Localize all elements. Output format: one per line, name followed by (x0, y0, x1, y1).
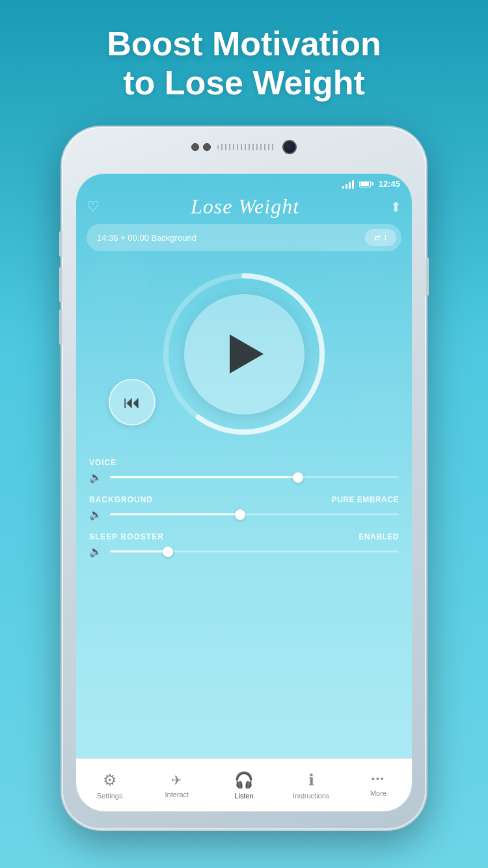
volume-down-button (59, 267, 62, 303)
voice-label-row: VOICE (89, 458, 399, 467)
front-cameras (191, 143, 211, 151)
sleep-volume-icon: 🔉 (89, 545, 103, 558)
camera-dot-2 (203, 143, 211, 151)
interact-label: Interact (165, 791, 189, 798)
background-label: BACKGROUND (89, 495, 153, 504)
skip-back-button[interactable]: ⏮ (109, 379, 156, 426)
app-header: ♡ Lose Weight ⬆ (76, 191, 412, 224)
background-slider-fill (110, 513, 240, 515)
more-label: More (370, 789, 386, 797)
settings-icon: ⚙ (103, 771, 117, 789)
play-icon (230, 334, 264, 373)
bg-volume-icon: 🔉 (89, 508, 103, 521)
silent-button (59, 309, 62, 345)
signal-icon (342, 180, 354, 189)
controls-section: VOICE 🔉 BACKGROUND (76, 452, 412, 758)
listen-icon: 🎧 (234, 771, 254, 789)
phone-device: 12:45 ♡ Lose Weight ⬆ 14:36 + 00:00 Back… (62, 127, 426, 830)
background-slider[interactable] (110, 513, 399, 515)
voice-control: VOICE 🔉 (89, 458, 399, 483)
nav-item-settings[interactable]: ⚙ Settings (76, 759, 143, 811)
nav-item-more[interactable]: ••• More (345, 759, 412, 811)
favorite-button[interactable]: ♡ (87, 198, 100, 215)
headline-line1: Boost Motivation (107, 25, 381, 62)
power-button (426, 257, 429, 296)
voice-slider-thumb[interactable] (293, 472, 303, 483)
phone-top-hardware (191, 140, 297, 154)
status-time: 12:45 (379, 179, 400, 189)
track-time: 14:36 + 00:00 Background (97, 233, 360, 243)
instructions-label: Instructions (293, 792, 329, 800)
voice-slider-row: 🔉 (89, 471, 399, 483)
phone-shell: 12:45 ♡ Lose Weight ⬆ 14:36 + 00:00 Back… (62, 127, 426, 830)
sleep-booster-slider[interactable] (110, 550, 399, 552)
progress-ring (159, 269, 329, 439)
voice-volume-icon: 🔉 (89, 471, 103, 483)
loop-icon: ⇄ (374, 233, 381, 242)
phone-screen: 12:45 ♡ Lose Weight ⬆ 14:36 + 00:00 Back… (76, 174, 412, 811)
skip-back-icon: ⏮ (124, 392, 141, 413)
battery-tip (372, 182, 373, 185)
play-button[interactable] (184, 294, 305, 414)
more-icon: ••• (372, 774, 385, 784)
player-area: ⏮ (76, 263, 412, 445)
listen-label: Listen (234, 792, 253, 800)
instructions-icon: ℹ (308, 771, 314, 789)
background-slider-row: 🔉 (89, 508, 399, 521)
sleep-booster-slider-row: 🔉 (89, 545, 399, 558)
interact-icon: ✈ (171, 772, 182, 788)
signal-bar-2 (346, 184, 347, 189)
app-title: Lose Weight (100, 195, 390, 219)
background: Boost Motivation to Lose Weight (0, 0, 488, 868)
voice-label: VOICE (89, 458, 116, 467)
signal-bar-3 (349, 182, 351, 189)
sleep-booster-label: SLEEP BOOSTER (89, 532, 164, 541)
status-bar: 12:45 (76, 174, 412, 191)
volume-up-button (59, 231, 62, 257)
sleep-booster-slider-thumb[interactable] (163, 547, 173, 557)
loop-button[interactable]: ⇄ 1 (365, 229, 396, 246)
nav-item-listen[interactable]: 🎧 Listen (210, 759, 277, 811)
background-slider-thumb[interactable] (235, 509, 245, 520)
sleep-booster-control: SLEEP BOOSTER ENABLED 🔉 (89, 532, 399, 558)
background-value: PURE EMBRACE (332, 495, 399, 504)
nav-item-instructions[interactable]: ℹ Instructions (278, 759, 345, 811)
background-label-row: BACKGROUND PURE EMBRACE (89, 495, 399, 504)
loop-number: 1 (383, 234, 387, 241)
sleep-booster-label-row: SLEEP BOOSTER ENABLED (89, 532, 399, 541)
battery-fill (360, 182, 369, 186)
voice-slider[interactable] (110, 476, 399, 478)
share-button[interactable]: ⬆ (390, 199, 401, 215)
battery-icon (359, 181, 373, 187)
camera-dot-1 (191, 143, 199, 151)
voice-slider-fill (110, 476, 298, 478)
headline-line2: to Lose Weight (123, 64, 365, 102)
background-control: BACKGROUND PURE EMBRACE 🔉 (89, 495, 399, 521)
signal-bar-1 (342, 186, 344, 189)
speaker-grill (217, 144, 276, 150)
settings-label: Settings (97, 792, 123, 800)
signal-bar-4 (352, 180, 354, 189)
nav-item-interact[interactable]: ✈ Interact (143, 759, 210, 811)
bottom-nav: ⚙ Settings ✈ Interact 🎧 Listen ℹ Instruc… (76, 758, 412, 811)
sleep-booster-slider-fill (110, 550, 168, 552)
headline: Boost Motivation to Lose Weight (0, 0, 488, 116)
main-camera (282, 140, 297, 154)
battery-body (359, 181, 371, 187)
track-info-bar: 14:36 + 00:00 Background ⇄ 1 (87, 224, 401, 251)
sleep-booster-value: ENABLED (359, 532, 399, 541)
